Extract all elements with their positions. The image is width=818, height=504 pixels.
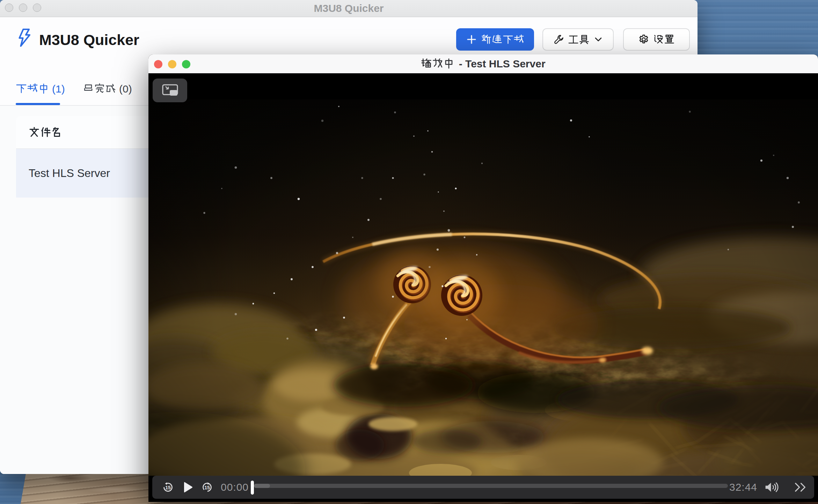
svg-text:15: 15: [165, 485, 171, 490]
svg-text:15: 15: [204, 485, 210, 490]
